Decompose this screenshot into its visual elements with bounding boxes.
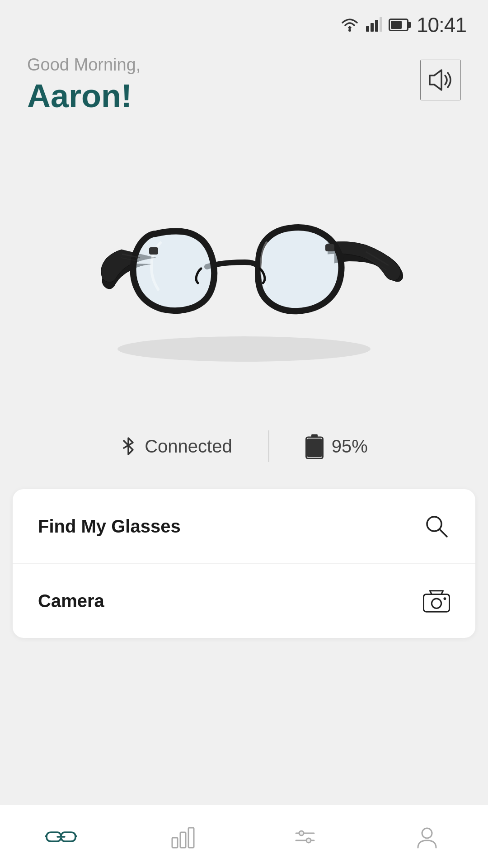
- svg-rect-18: [188, 828, 194, 848]
- find-my-glasses-card[interactable]: Find My Glasses: [13, 489, 475, 564]
- glasses-image-area: [0, 123, 488, 412]
- connection-label: Connected: [145, 436, 232, 457]
- device-status-bar: Connected 95%: [0, 412, 488, 489]
- connection-status: Connected: [84, 434, 268, 458]
- app-header: Good Morning, Aaron!: [0, 42, 488, 123]
- svg-point-5: [117, 336, 371, 362]
- nav-profile[interactable]: [382, 805, 472, 868]
- svg-point-14: [432, 599, 441, 608]
- svg-point-15: [443, 597, 446, 600]
- status-bar: 10:41: [0, 0, 488, 42]
- signal-icon: [366, 17, 382, 33]
- svg-rect-3: [375, 20, 378, 32]
- greeting-name: Aaron!: [27, 78, 141, 114]
- nav-stats[interactable]: [138, 805, 228, 868]
- settings-nav-icon: [292, 824, 318, 849]
- battery-status: 95%: [269, 434, 404, 459]
- sound-button[interactable]: [420, 60, 461, 100]
- svg-rect-17: [180, 832, 186, 848]
- svg-rect-7: [325, 244, 334, 251]
- camera-card[interactable]: Camera: [13, 564, 475, 638]
- find-glasses-label: Find My Glasses: [38, 516, 181, 537]
- svg-rect-13: [423, 594, 449, 612]
- svg-point-0: [348, 29, 351, 32]
- svg-point-22: [306, 838, 311, 843]
- glasses-nav-icon: [45, 828, 77, 846]
- svg-rect-9: [311, 434, 318, 438]
- svg-point-23: [422, 828, 432, 838]
- svg-rect-4: [380, 17, 382, 32]
- greeting-sub: Good Morning,: [27, 55, 141, 75]
- feature-cards: Find My Glasses Camera: [13, 489, 475, 638]
- glasses-illustration: [72, 155, 416, 372]
- battery-percent: 95%: [332, 436, 368, 457]
- svg-rect-10: [307, 439, 322, 457]
- profile-nav-icon: [414, 824, 440, 849]
- svg-rect-1: [366, 26, 369, 32]
- device-battery-icon: [305, 434, 324, 459]
- status-icons: [340, 17, 408, 33]
- nav-settings[interactable]: [260, 805, 350, 868]
- stats-nav-icon: [170, 824, 196, 849]
- greeting-section: Good Morning, Aaron!: [27, 55, 141, 114]
- battery-status-icon: [389, 19, 408, 31]
- svg-rect-16: [172, 838, 178, 848]
- svg-point-20: [299, 831, 304, 835]
- bluetooth-icon: [120, 434, 136, 458]
- search-icon: [423, 513, 450, 540]
- status-time: 10:41: [417, 13, 466, 37]
- svg-line-12: [440, 529, 447, 537]
- camera-icon: [423, 587, 450, 614]
- bottom-navigation: [0, 805, 488, 868]
- svg-rect-6: [149, 247, 158, 255]
- speaker-icon: [424, 64, 457, 96]
- wifi-icon: [340, 17, 360, 33]
- svg-rect-2: [371, 23, 374, 32]
- camera-label: Camera: [38, 591, 104, 611]
- nav-glasses[interactable]: [16, 805, 106, 868]
